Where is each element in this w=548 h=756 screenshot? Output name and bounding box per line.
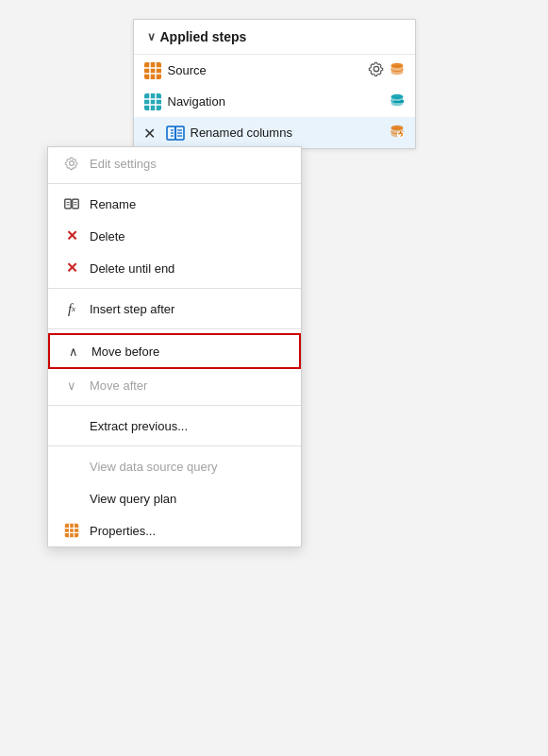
svg-rect-25 — [65, 199, 71, 209]
renamed-columns-label: Renamed columns — [185, 126, 389, 140]
step-row-renamed-columns[interactable]: ✕ Renamed columns — [134, 117, 415, 148]
source-gear-icon[interactable] — [368, 60, 385, 80]
context-menu: Edit settings Rename ✕ Delete — [47, 146, 302, 547]
view-data-source-query-icon — [63, 458, 80, 475]
step-row-navigation[interactable]: Navigation — [134, 86, 415, 117]
menu-item-view-query-plan[interactable]: View query plan — [48, 482, 301, 514]
menu-item-rename[interactable]: Rename — [48, 188, 301, 220]
delete-x-icon: ✕ — [63, 227, 80, 244]
menu-item-view-data-source-query[interactable]: View data source query — [48, 450, 301, 482]
move-before-chevron-up-icon: ∧ — [65, 343, 82, 360]
svg-rect-0 — [144, 62, 161, 79]
menu-item-edit-settings[interactable]: Edit settings — [48, 147, 301, 179]
rename-label: Rename — [90, 197, 136, 211]
step-row-source[interactable]: Source — [134, 55, 415, 86]
navigation-table-icon — [143, 92, 162, 111]
navigation-icons — [389, 92, 406, 111]
menu-item-extract-previous[interactable]: Extract previous... — [48, 410, 301, 442]
extract-previous-icon — [63, 417, 80, 434]
svg-rect-6 — [144, 93, 161, 110]
view-query-plan-label: View query plan — [90, 492, 176, 506]
collapse-chevron-icon[interactable]: ∨ — [147, 30, 156, 43]
renamed-columns-icon — [166, 124, 185, 143]
delete-until-end-label: Delete until end — [90, 261, 174, 276]
extract-previous-label: Extract previous... — [90, 419, 188, 433]
menu-item-move-after[interactable]: ∨ Move after — [48, 369, 301, 401]
properties-table-icon — [63, 522, 80, 539]
panel-title-label: Applied steps — [160, 29, 247, 44]
fx-icon: fx — [63, 300, 80, 317]
source-table-icon — [143, 61, 162, 80]
move-before-label: Move before — [91, 344, 159, 359]
menu-item-delete-until-end[interactable]: ✕ Delete until end — [48, 252, 301, 284]
divider-2 — [48, 288, 301, 289]
svg-rect-31 — [65, 524, 78, 537]
navigation-label: Navigation — [162, 94, 389, 109]
view-data-source-query-label: View data source query — [90, 460, 218, 474]
divider-3 — [48, 328, 301, 329]
divider-4 — [48, 405, 301, 406]
source-db-icon[interactable] — [389, 60, 406, 80]
edit-settings-gear-icon — [63, 155, 80, 172]
navigation-db-teal-icon[interactable] — [389, 92, 406, 111]
move-after-chevron-down-icon: ∨ — [63, 377, 80, 394]
renamed-icons — [389, 123, 406, 143]
move-after-label: Move after — [90, 378, 147, 393]
divider-5 — [48, 445, 301, 446]
menu-item-properties[interactable]: Properties... — [48, 514, 301, 546]
close-x-icon[interactable]: ✕ — [143, 124, 156, 142]
panel-title: ∨ Applied steps — [134, 20, 415, 55]
applied-steps-panel: ∨ Applied steps Source — [133, 19, 416, 149]
edit-settings-label: Edit settings — [90, 157, 157, 171]
rename-icon — [63, 195, 80, 212]
divider-1 — [48, 183, 301, 184]
menu-item-move-before[interactable]: ∧ Move before — [48, 333, 301, 369]
source-icons — [368, 60, 406, 80]
menu-item-delete[interactable]: ✕ Delete — [48, 220, 301, 252]
delete-until-end-x-icon: ✕ — [63, 260, 80, 277]
renamed-db-orange-icon[interactable] — [389, 123, 406, 143]
properties-label: Properties... — [90, 524, 156, 538]
view-query-plan-icon — [63, 490, 80, 507]
svg-rect-26 — [73, 199, 78, 209]
delete-label: Delete — [90, 229, 125, 244]
menu-item-insert-step-after[interactable]: fx Insert step after — [48, 293, 301, 325]
source-label: Source — [162, 63, 368, 77]
insert-step-after-label: Insert step after — [90, 302, 174, 316]
